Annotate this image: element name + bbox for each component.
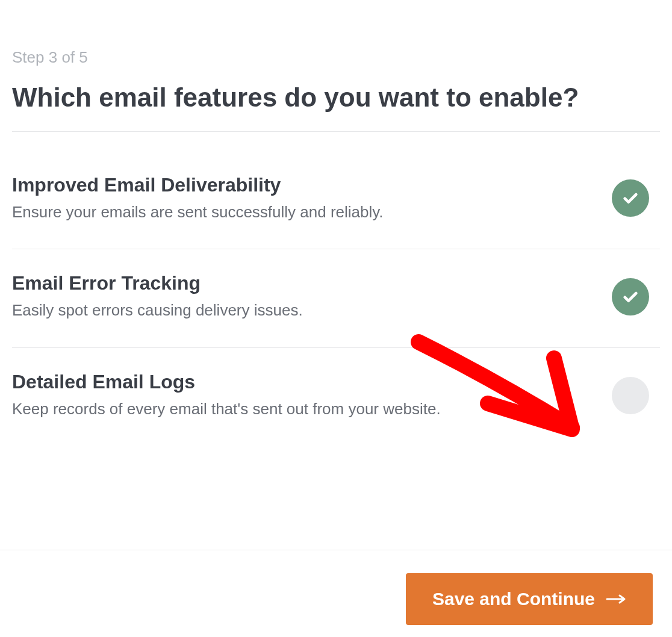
feature-row-email-logs: Detailed Email Logs Keep records of ever… [12,348,660,456]
feature-list: Improved Email Deliverability Ensure you… [12,156,660,456]
feature-text: Email Error Tracking Easily spot errors … [12,272,612,321]
page-title: Which email features do you want to enab… [12,82,660,132]
save-button-label: Save and Continue [432,589,595,609]
step-indicator: Step 3 of 5 [12,48,660,67]
feature-text: Improved Email Deliverability Ensure you… [12,174,612,223]
arrow-right-icon [606,594,626,604]
toggle-error-tracking[interactable] [612,278,649,315]
feature-text: Detailed Email Logs Keep records of ever… [12,371,612,420]
toggle-email-logs[interactable] [612,377,649,414]
footer: Save and Continue [0,550,672,637]
feature-title: Improved Email Deliverability [12,174,600,196]
toggle-deliverability[interactable] [612,179,649,217]
check-icon [621,287,640,306]
feature-description: Easily spot errors causing delivery issu… [12,300,600,321]
feature-title: Email Error Tracking [12,272,600,294]
feature-title: Detailed Email Logs [12,371,600,393]
feature-description: Ensure your emails are sent successfully… [12,202,600,223]
feature-description: Keep records of every email that's sent … [12,399,600,420]
save-and-continue-button[interactable]: Save and Continue [406,573,653,625]
feature-row-error-tracking: Email Error Tracking Easily spot errors … [12,249,660,348]
feature-row-deliverability: Improved Email Deliverability Ensure you… [12,156,660,250]
check-icon [621,188,640,208]
